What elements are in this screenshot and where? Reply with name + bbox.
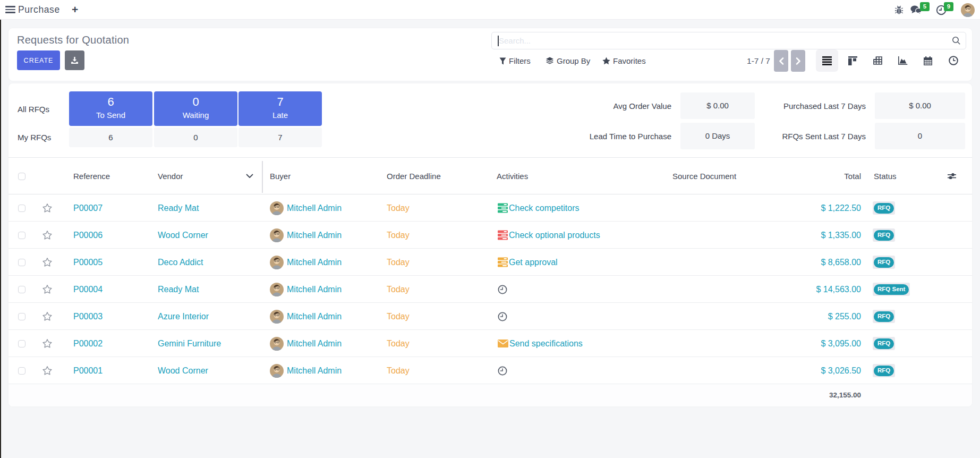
row-activity[interactable]: Check competitors [497,194,580,222]
row-vendor[interactable]: Azure Interior [158,303,209,330]
row-order-deadline[interactable]: Today [387,276,410,303]
pager-previous-button[interactable] [774,50,788,72]
favorite-star-icon[interactable] [42,276,53,303]
column-header-activities[interactable]: Activities [497,158,528,194]
calendar-view-button[interactable] [917,49,939,72]
row-checkbox[interactable] [18,276,25,303]
favorite-star-icon[interactable] [42,222,53,249]
row-vendor[interactable]: Ready Mat [158,194,199,222]
row-reference[interactable]: P00003 [73,303,103,330]
row-buyer[interactable]: Mitchell Admin [270,276,342,303]
select-all-checkbox[interactable] [18,158,25,194]
row-checkbox[interactable] [18,357,25,384]
row-status-badge[interactable]: RFQ [873,222,895,249]
row-reference[interactable]: P00001 [73,357,103,384]
row-checkbox[interactable] [18,330,25,357]
row-status-badge[interactable]: RFQ [873,249,895,276]
table-row[interactable]: P00005 Deco Addict Mitchell Admin Today … [8,249,972,276]
row-vendor[interactable]: Ready Mat [158,276,199,303]
filters-button[interactable]: Filters [499,50,531,72]
tile-late[interactable]: 7 Late [238,91,322,126]
group-by-button[interactable]: Group By [546,50,590,72]
column-header-buyer[interactable]: Buyer [270,158,291,194]
row-vendor[interactable]: Deco Addict [158,249,203,276]
row-checkbox[interactable] [18,194,25,222]
bug-icon[interactable] [894,0,904,20]
row-status-badge[interactable]: RFQ Sent [873,276,910,303]
row-activity[interactable] [497,276,507,303]
create-button[interactable]: CREATE [17,50,60,70]
table-row[interactable]: P00006 Wood Corner Mitchell Admin Today … [8,222,972,249]
my-waiting-value[interactable]: 0 [154,128,237,147]
row-status-badge[interactable]: RFQ [873,330,895,357]
row-status-badge[interactable]: RFQ [873,194,895,222]
row-order-deadline[interactable]: Today [387,330,410,357]
column-header-source-document[interactable]: Source Document [672,158,736,194]
row-order-deadline[interactable]: Today [387,194,410,222]
row-total[interactable]: $ 14,563.00 [728,276,861,303]
row-order-deadline[interactable]: Today [387,222,410,249]
optional-columns-icon[interactable] [948,158,956,194]
menu-icon[interactable] [5,6,15,13]
row-reference[interactable]: P00006 [73,222,103,249]
table-row[interactable]: P00007 Ready Mat Mitchell Admin Today Ch… [8,194,972,222]
row-total[interactable]: $ 1,335.00 [728,222,861,249]
table-row[interactable]: P00003 Azure Interior Mitchell Admin Tod… [8,303,972,330]
table-row[interactable]: P00004 Ready Mat Mitchell Admin Today $ … [8,276,972,303]
row-activity[interactable]: Check optional products [497,222,600,249]
row-status-badge[interactable]: RFQ [873,357,895,384]
row-checkbox[interactable] [18,249,25,276]
favorites-button[interactable]: Favorites [602,50,646,72]
row-total[interactable]: $ 3,095.00 [728,330,861,357]
row-activity[interactable]: Get approval [497,249,558,276]
row-activity[interactable] [497,357,507,384]
tile-to-send[interactable]: 6 To Send [69,91,152,126]
user-avatar[interactable] [961,3,975,17]
my-to-send-value[interactable]: 6 [69,128,152,147]
favorite-star-icon[interactable] [42,249,53,276]
row-vendor[interactable]: Gemini Furniture [158,330,221,357]
row-buyer[interactable]: Mitchell Admin [270,249,342,276]
row-reference[interactable]: P00002 [73,330,103,357]
table-row[interactable]: P00002 Gemini Furniture Mitchell Admin T… [8,330,972,357]
column-header-reference[interactable]: Reference [73,158,110,194]
row-total[interactable]: $ 1,222.50 [728,194,861,222]
row-reference[interactable]: P00005 [73,249,103,276]
export-button[interactable] [65,50,84,70]
kanban-view-button[interactable] [841,49,864,72]
favorite-star-icon[interactable] [42,330,53,357]
row-checkbox[interactable] [18,303,25,330]
row-order-deadline[interactable]: Today [387,357,410,384]
row-total[interactable]: $ 8,658.00 [728,249,861,276]
row-activity[interactable] [497,303,507,330]
column-resize-divider[interactable] [262,161,263,193]
favorite-star-icon[interactable] [42,194,53,222]
row-checkbox[interactable] [18,222,25,249]
graph-view-button[interactable] [892,49,914,72]
favorite-star-icon[interactable] [42,357,53,384]
row-buyer[interactable]: Mitchell Admin [270,303,342,330]
row-buyer[interactable]: Mitchell Admin [270,357,342,384]
activity-view-button[interactable] [942,49,965,72]
row-order-deadline[interactable]: Today [387,249,410,276]
pivot-view-button[interactable] [866,49,889,72]
row-buyer[interactable]: Mitchell Admin [270,194,342,222]
column-header-total[interactable]: Total [728,158,861,194]
row-buyer[interactable]: Mitchell Admin [270,222,342,249]
row-buyer[interactable]: Mitchell Admin [270,330,342,357]
favorite-star-icon[interactable] [42,303,53,330]
row-order-deadline[interactable]: Today [387,303,410,330]
plus-icon[interactable]: + [72,0,78,20]
row-total[interactable]: $ 255.00 [728,303,861,330]
row-activity[interactable]: Send specifications [497,330,583,357]
app-name[interactable]: Purchase [18,0,60,20]
search-icon[interactable] [952,36,961,45]
column-header-status[interactable]: Status [874,158,897,194]
search-input[interactable] [499,33,945,48]
sort-chevron-down-icon[interactable] [246,158,253,194]
row-status-badge[interactable]: RFQ [873,303,895,330]
table-row[interactable]: P00001 Wood Corner Mitchell Admin Today … [8,357,972,384]
column-header-order-deadline[interactable]: Order Deadline [387,158,441,194]
tile-waiting[interactable]: 0 Waiting [154,91,237,126]
row-vendor[interactable]: Wood Corner [158,222,208,249]
